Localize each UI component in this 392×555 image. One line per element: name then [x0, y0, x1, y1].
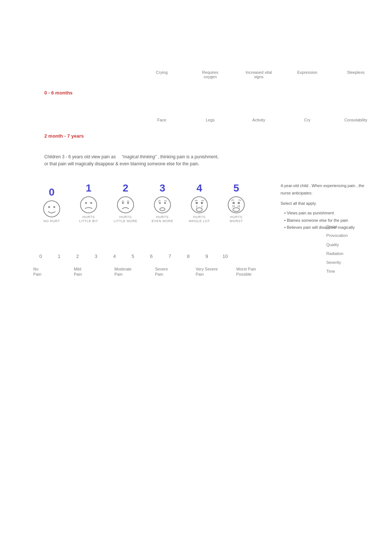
svg-point-11	[164, 202, 166, 204]
numeric-6: 6	[148, 254, 155, 259]
face-item-2: 2 HURTSLITTLE MORE	[111, 182, 140, 223]
magic-text-1: Children 3 - 6 years old view pain as	[44, 154, 116, 159]
opqrst-item-4: Severity	[326, 258, 348, 267]
magic-text-4: or that pain will magically disappear & …	[44, 161, 199, 166]
opqrst-item-5: Time	[326, 267, 348, 276]
pain-level-label-2: ModeratePain	[114, 266, 131, 277]
flacc-header-legs: Legs	[196, 118, 224, 122]
svg-point-21	[238, 202, 240, 204]
face-label-2: HURTSLITTLE MORE	[114, 215, 138, 223]
nips-header-vitals: Increased vital signs	[245, 70, 273, 79]
face-number-2: 2	[123, 182, 128, 194]
flacc-section: Face Legs Activity Cry Consolability 2 m…	[22, 118, 370, 139]
flacc-age-label: 2 month - 7 years	[44, 133, 370, 139]
numeric-4: 4	[111, 254, 118, 259]
info-box: 4-year-old child . When experiencing pai…	[281, 182, 370, 231]
face-number-5: 5	[233, 182, 239, 194]
flacc-header-consolability: Consolability	[342, 118, 370, 122]
pain-level-0: NoPain	[33, 266, 74, 277]
face-item-1: 1 HURTSLITTLE BIT	[74, 182, 103, 223]
face-number-0: 0	[49, 186, 55, 198]
face-number-3: 3	[159, 182, 165, 194]
opqrst-item-0: Onset	[326, 222, 348, 231]
numeric-8: 8	[185, 254, 192, 259]
wong-baker-container: 0 NO HURT 1 HURTSLITTLE BIT 2 HURTSLITTL…	[37, 182, 370, 231]
face-item-3: 3 HURTSEVEN MORE	[148, 182, 177, 223]
face-label-4: HURTSWHOLE LOT	[189, 215, 210, 223]
face-label-1: HURTSLITTLE BIT	[79, 215, 98, 223]
opqrst-item-1: Provocation	[326, 231, 348, 240]
info-subtitle: Select all that apply.	[281, 200, 370, 207]
face-number-4: 4	[196, 182, 202, 194]
numeric-0: 0	[37, 254, 44, 259]
numeric-5: 5	[129, 254, 137, 259]
pain-level-label-1: MildPain	[74, 266, 82, 277]
info-title: 4-year-old child . When experiencing pai…	[281, 182, 370, 197]
numeric-10: 10	[221, 254, 229, 259]
nips-header-crying: Crying	[148, 70, 176, 79]
flacc-header-cry: Cry	[293, 118, 321, 122]
opqrst-item-2: Quality	[326, 240, 348, 249]
numeric-1: 1	[55, 254, 63, 259]
svg-point-22	[233, 208, 240, 211]
svg-point-0	[44, 201, 60, 217]
svg-point-14	[196, 202, 198, 204]
svg-point-8	[127, 202, 129, 204]
nips-header-oxygen: Requires oxygen	[196, 70, 224, 79]
face-label-3: HURTSEVEN MORE	[152, 215, 173, 223]
nips-header-expression: Expression	[293, 70, 321, 79]
svg-point-6	[117, 197, 134, 213]
face-label-5: HURTSWORST	[230, 215, 243, 223]
numeric-2: 2	[74, 254, 81, 259]
magic-text-2: “magical thinking”	[122, 154, 157, 159]
svg-point-7	[122, 202, 124, 204]
pain-level-label-4: Very SeverePain	[196, 266, 218, 277]
svg-point-10	[159, 202, 161, 204]
face-item-0: 0 NO HURT	[37, 186, 66, 223]
nips-age-label: 0 - 6 months	[44, 90, 370, 96]
info-list: Views pain as punishmentBlames someone e…	[281, 210, 370, 231]
opqrst-list: OnsetProvocationQualityRadiationSeverity…	[326, 222, 348, 276]
faces-scale: 0 NO HURT 1 HURTSLITTLE BIT 2 HURTSLITTL…	[37, 182, 251, 223]
magic-text-3: , thinking pain is a punishment,	[158, 154, 219, 159]
wongbaker-section: Children 3 - 6 years old view pain as “m…	[22, 154, 370, 277]
svg-point-20	[233, 202, 235, 204]
pain-level-5: Worst PainPossible	[236, 266, 277, 277]
svg-point-19	[228, 197, 244, 213]
opqrst-item-3: Radiation	[326, 249, 348, 258]
face-label-0: NO HURT	[44, 219, 60, 223]
magic-thinking-text: Children 3 - 6 years old view pain as “m…	[44, 154, 348, 168]
face-item-4: 4 HURTSWHOLE LOT	[185, 182, 214, 223]
svg-point-2	[54, 206, 55, 208]
pain-level-2: ModeratePain	[114, 266, 155, 277]
svg-point-15	[201, 202, 203, 204]
pain-level-label-3: SeverePain	[155, 266, 168, 277]
pain-levels-row: NoPainMildPainModeratePainSeverePainVery…	[33, 266, 370, 277]
svg-point-13	[191, 197, 207, 213]
svg-point-3	[80, 197, 97, 213]
pain-level-label-5: Worst PainPossible	[236, 266, 256, 277]
svg-point-5	[90, 202, 92, 204]
svg-point-1	[48, 206, 50, 208]
pain-level-4: Very SeverePain	[196, 266, 236, 277]
svg-point-4	[85, 202, 87, 204]
pain-level-label-0: NoPain	[33, 266, 41, 277]
numeric-7: 7	[166, 254, 173, 259]
svg-point-12	[160, 208, 165, 211]
numeric-9: 9	[203, 254, 210, 259]
numeric-scale-row: 012345678910	[37, 254, 370, 259]
svg-point-16	[196, 208, 202, 211]
face-item-5: 5 HURTSWORST	[221, 182, 251, 223]
nips-header-sleepless: Sleepless	[342, 70, 370, 79]
numeric-3: 3	[92, 254, 100, 259]
pain-level-1: MildPain	[74, 266, 114, 277]
pain-level-3: SeverePain	[155, 266, 196, 277]
flacc-header-face: Face	[148, 118, 176, 122]
nips-section: Crying Requires oxygen Increased vital s…	[22, 66, 370, 96]
face-number-1: 1	[86, 182, 92, 194]
flacc-header-activity: Activity	[245, 118, 273, 122]
info-item-0: Views pain as punishment	[284, 210, 370, 217]
